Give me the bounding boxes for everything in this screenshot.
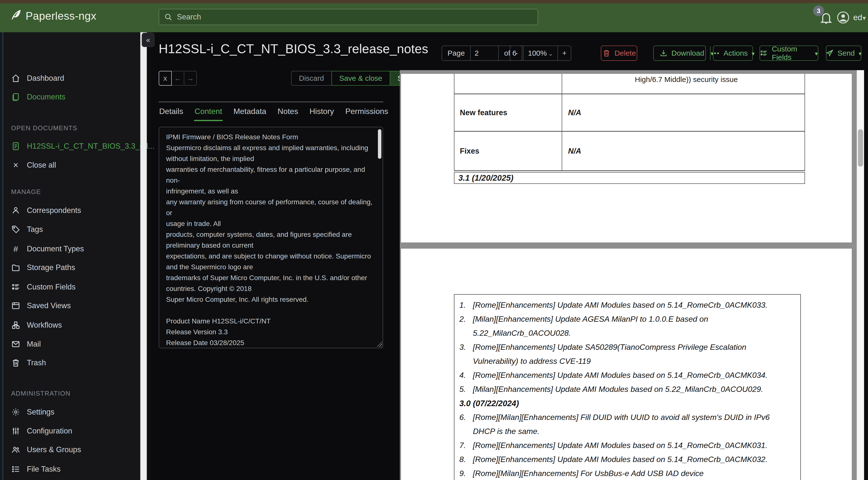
section-manage: MANAGE: [11, 188, 41, 196]
search-icon: [164, 13, 173, 21]
send-button[interactable]: Send ▾: [826, 46, 861, 61]
page-number-input[interactable]: [471, 49, 490, 57]
sidebar-item-trash[interactable]: Trash: [11, 357, 46, 369]
list-item: 3.[Rome][Enhancements] Update SA50289(Ti…: [459, 340, 800, 368]
window-edge: [0, 32, 2, 480]
documents-icon: [11, 92, 21, 102]
send-icon: [826, 49, 834, 57]
content-editor-wrap: IPMI Firmware / BIOS Release Notes Form …: [159, 127, 383, 348]
section-administration: ADMINISTRATION: [11, 390, 71, 397]
custom-fields-icon: [760, 49, 768, 57]
user-avatar-icon[interactable]: [837, 11, 850, 24]
document-content-textarea[interactable]: IPMI Firmware / BIOS Release Notes Form …: [159, 127, 383, 348]
actions-button[interactable]: ••• Actions ▾: [713, 46, 753, 61]
custom-fields-button[interactable]: Custom Fields ▾: [760, 46, 818, 61]
sidebar-item-workflows[interactable]: Workflows: [11, 319, 62, 331]
document-title: H12SSL-i_C_CT_NT_BIOS_3.3_release_notes: [159, 41, 428, 56]
sidebar-item-document-types[interactable]: # Document Types: [11, 243, 84, 255]
chevron-down-icon: ▾: [815, 50, 818, 57]
document-tabs: Details Content Metadata Notes History P…: [159, 103, 389, 121]
users-icon: [11, 445, 21, 454]
tab-metadata[interactable]: Metadata: [233, 103, 267, 121]
gear-icon: [11, 408, 21, 417]
tab-content[interactable]: Content: [194, 103, 223, 121]
tag-icon: [11, 225, 21, 234]
ellipsis-icon: •••: [711, 49, 720, 57]
paperless-logo-icon[interactable]: [9, 8, 23, 22]
pdf-page-2: 1.[Rome][Enhancements] Update AMI Module…: [401, 249, 852, 480]
page-label: Page: [442, 46, 470, 60]
table-header-partial: High/6.7 Middle)) security issue: [562, 74, 805, 93]
tab-notes[interactable]: Notes: [277, 103, 299, 121]
list-item: 4.[Rome][Enhancements] Update AMI Module…: [459, 368, 800, 382]
sidebar-close-all[interactable]: × Close all: [11, 159, 56, 171]
workflow-boxes-icon: [11, 321, 21, 330]
table-value: N/A: [562, 132, 805, 170]
delete-button[interactable]: Delete: [601, 46, 637, 61]
sidebar-item-custom-fields[interactable]: Custom Fields: [11, 281, 75, 293]
user-menu[interactable]: ed: [853, 13, 862, 22]
app-root: Paperless-ngx 3 ed ▾ Dashboard Documents…: [0, 0, 868, 480]
zoom-out-button[interactable]: -: [510, 46, 523, 60]
section-open-documents: OPEN DOCUMENTS: [11, 124, 77, 132]
list-item: 1.[Rome][Enhancements] Update AMI Module…: [459, 298, 800, 312]
sidebar-item-settings[interactable]: Settings: [11, 406, 54, 418]
sidebar-item-storage-paths[interactable]: Storage Paths: [11, 262, 75, 274]
document-nav-buttons: x ← →: [159, 71, 197, 86]
app-title: Paperless-ngx: [26, 10, 96, 22]
save-and-close-button[interactable]: Save & close: [332, 71, 390, 86]
sidebar-scrollbar[interactable]: [140, 32, 147, 480]
chevron-down-icon: ⌄: [548, 50, 553, 57]
task-list-icon: [11, 464, 21, 474]
discard-button[interactable]: Discard: [291, 71, 332, 86]
zoom-in-button[interactable]: +: [558, 46, 571, 60]
pdf-scrollbar-thumb[interactable]: [858, 129, 863, 167]
zoom-select[interactable]: 100% ⌄: [523, 46, 558, 60]
global-search[interactable]: [159, 9, 538, 25]
home-icon: [11, 73, 21, 83]
sidebar-item-saved-views[interactable]: Saved Views: [11, 300, 71, 312]
sidebar-item-configuration[interactable]: Configuration: [11, 425, 72, 437]
close-icon: ×: [11, 160, 21, 170]
list-item: 6.[Rome][Milan][Enhancements] Fill DUID …: [459, 410, 800, 439]
custom-fields-icon: [11, 282, 21, 292]
sidebar-item-documents[interactable]: Documents: [11, 91, 65, 103]
window-icon: [11, 301, 21, 310]
sidebar-item-correspondents[interactable]: Correspondents: [11, 204, 81, 217]
sidebar-item-tags[interactable]: Tags: [11, 223, 43, 236]
trash-icon: [602, 49, 611, 57]
close-document-button[interactable]: x: [159, 71, 172, 86]
trash-icon: [11, 358, 21, 367]
previous-document-button[interactable]: ←: [171, 71, 184, 86]
person-icon: [11, 206, 21, 215]
sidebar-item-file-tasks[interactable]: File Tasks: [11, 463, 61, 475]
pdf-scrollbar-track[interactable]: [857, 70, 864, 480]
download-button[interactable]: Download: [654, 46, 710, 60]
chevron-down-icon: ▾: [752, 50, 754, 57]
pdf-viewer: High/6.7 Middle)) security issue New fea…: [400, 70, 864, 480]
pdf-change-list: 1.[Rome][Enhancements] Update AMI Module…: [454, 294, 801, 480]
next-document-button[interactable]: →: [184, 71, 197, 86]
tab-permissions[interactable]: Permissions: [345, 103, 389, 121]
download-icon: [660, 49, 668, 57]
sidebar-open-document[interactable]: H12SSL-i_C_CT_NT_BIOS_3.3_rel...: [11, 140, 155, 152]
tab-details[interactable]: Details: [159, 103, 184, 121]
tab-history[interactable]: History: [309, 103, 335, 121]
list-item: 5.[Milan][Enhancements] Update AMI Modul…: [459, 382, 800, 396]
sidebar-item-dashboard[interactable]: Dashboard: [11, 72, 64, 84]
download-split-button: Download ▾: [653, 46, 706, 61]
divider: [159, 102, 383, 102]
sidebar-item-users-groups[interactable]: Users & Groups: [11, 444, 81, 456]
sidebar-item-mail[interactable]: Mail: [11, 338, 41, 350]
table-label: New features: [455, 94, 562, 131]
table-value: N/A: [562, 94, 805, 131]
pdf-page-1: High/6.7 Middle)) security issue New fea…: [401, 74, 852, 242]
pdf-release-table: High/6.7 Middle)) security issue New fea…: [454, 74, 805, 184]
chevron-down-icon: ▾: [863, 14, 866, 22]
list-item: 9.[Rome][Milan][Enhancements] For UsbBus…: [459, 467, 800, 480]
version-heading-3-0: 3.0 (07/22/2024): [459, 396, 800, 410]
sidebar-collapse-button[interactable]: «: [142, 33, 155, 47]
search-input[interactable]: [177, 12, 521, 22]
sidebar: Dashboard Documents OPEN DOCUMENTS H12SS…: [3, 32, 140, 480]
sliders-icon: [11, 426, 21, 436]
